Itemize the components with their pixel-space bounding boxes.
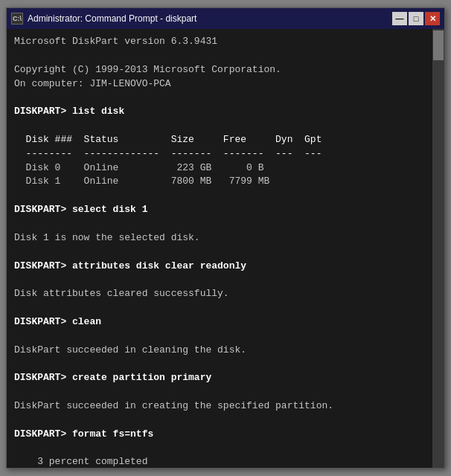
terminal-line: Disk 1 Online 7800 MB 7799 MB [14,175,425,189]
terminal-output: Microsoft DiskPart version 6.3.9431 Copy… [7,29,432,468]
terminal-line [14,273,425,287]
title-bar: C:\ Administrator: Command Prompt - disk… [7,8,444,29]
terminal-line: DISKPART> attributes disk clear readonly [14,260,425,274]
terminal-line [14,91,425,105]
terminal-line: -------- ------------- ------- ------- -… [14,147,425,161]
terminal-line [14,217,425,231]
terminal-line [14,49,425,63]
terminal-line [14,329,425,344]
terminal-line: DISKPART> list disk [14,105,425,119]
terminal-line [14,357,425,371]
terminal-line: Copyright (C) 1999-2013 Microsoft Corpor… [14,63,425,77]
terminal-line [14,414,425,428]
terminal-line: DISKPART> clean [14,315,425,329]
terminal-line [14,441,425,455]
terminal-line [14,119,425,133]
title-bar-controls: — □ ✕ [392,12,440,25]
scrollbar[interactable] [432,29,444,468]
terminal-line: On computer: JIM-LENOVO-PCA [14,77,425,91]
terminal-line: Disk ### Status Size Free Dyn Gpt [14,133,425,147]
title-bar-text: Administrator: Command Prompt - diskpart [28,13,196,24]
minimize-button[interactable]: — [392,12,407,25]
terminal-line [14,385,425,399]
title-bar-left: C:\ Administrator: Command Prompt - disk… [11,13,196,25]
cmd-icon: C:\ [11,13,23,25]
terminal-line: DISKPART> create partition primary [14,371,425,385]
terminal-line [14,301,425,315]
terminal-line: DISKPART> format fs=ntfs [14,428,425,442]
cmd-window: C:\ Administrator: Command Prompt - disk… [6,7,445,469]
terminal-line: 3 percent completed [14,455,425,468]
terminal-line: DiskPart succeeded in cleaning the disk. [14,344,425,358]
terminal-line: Disk 0 Online 223 GB 0 B [14,161,425,176]
terminal-line: Disk attributes cleared successfully. [14,287,425,301]
maximize-button[interactable]: □ [409,12,423,25]
scrollbar-thumb [433,30,444,60]
terminal-line [14,245,425,260]
close-button[interactable]: ✕ [425,12,440,25]
terminal-line: DISKPART> select disk 1 [14,203,425,217]
terminal-line: Microsoft DiskPart version 6.3.9431 [14,35,425,49]
terminal-area: Microsoft DiskPart version 6.3.9431 Copy… [7,29,444,468]
terminal-line: Disk 1 is now the selected disk. [14,231,425,245]
terminal-line: DiskPart succeeded in creating the speci… [14,399,425,414]
terminal-line [14,189,425,203]
